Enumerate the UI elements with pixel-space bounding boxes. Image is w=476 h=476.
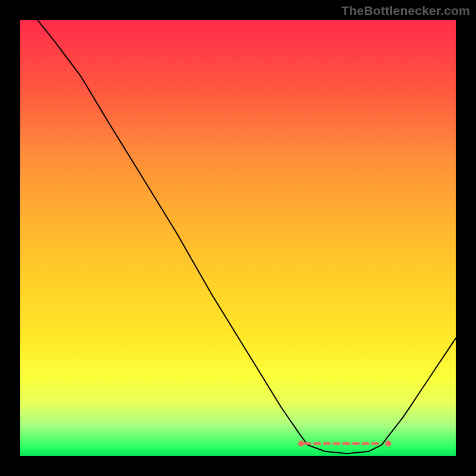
chart-container: TheBottlenecker.com — [0, 0, 476, 476]
watermark-text: TheBottlenecker.com — [342, 4, 470, 18]
plot-gradient-background — [20, 20, 456, 456]
